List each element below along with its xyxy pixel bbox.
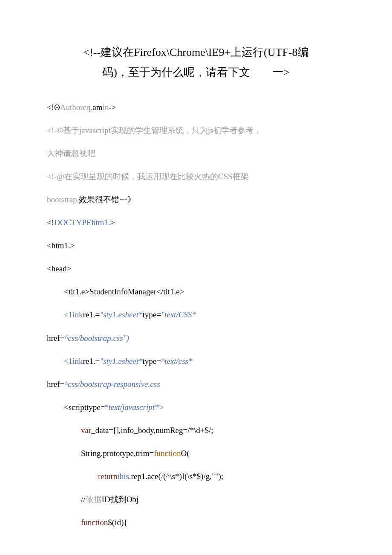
- line-comment-2: 大神请忽视吧: [47, 146, 345, 161]
- line-html-open: <htm1.>: [47, 238, 345, 253]
- line-script-open: <scripttype=mtext/javascript*>: [47, 400, 345, 415]
- title-line-2: 码)，至于为什么呢，请看下文 一>: [47, 63, 345, 83]
- line-href-1: href=^css/bootstrap.css"): [47, 331, 345, 346]
- line-function-dollar: function$(id){: [47, 515, 345, 530]
- line-return: returnthis.rep1.ace(/(^\s*)I(\s*$)/g,"")…: [47, 469, 345, 484]
- line-var: var_data=[],info_body,numReg=/*\d+$/;: [47, 423, 345, 438]
- line-trim: String.prototype,trim=functionO(: [47, 446, 345, 461]
- line-comment-1: <!-©基于javascript实现的学生管理系统，只为js初学者参考，: [47, 123, 345, 138]
- line-href-2: href=^css/bootstrap-responsive.css: [47, 377, 345, 392]
- line-comment-id: //依据ID找到Obj: [47, 492, 345, 507]
- line-comment-3: <!-@在实现呈现的时候，我运用现在比较火热的CSS框架: [47, 169, 345, 184]
- document-body: <!ΘAuthorcq.amin-> <!-©基于javascript实现的学生…: [47, 100, 345, 531]
- document-title: <!--建议在Firefox\Chrome\IE9+上运行(UTF-8编 码)，…: [47, 43, 345, 83]
- line-comment-4: bootstrap,效果很不错一》: [47, 192, 345, 207]
- line-doctype: <!DOCTYPEhtm1.>: [47, 215, 345, 230]
- line-title-tag: <tit1.e>StudentInfoManager</tit1.e>: [47, 284, 345, 299]
- line-head-open: <head>: [47, 261, 345, 276]
- line-link-2: <1inkre1.="sty1.esheet*type=^text/css*: [47, 354, 345, 369]
- line-link-1: <1inkre1.="sty1.esheet*type="text/CSS*: [47, 307, 345, 323]
- title-line-1: <!--建议在Firefox\Chrome\IE9+上运行(UTF-8编: [47, 43, 345, 63]
- line-author: <!ΘAuthorcq.amin->: [47, 100, 345, 115]
